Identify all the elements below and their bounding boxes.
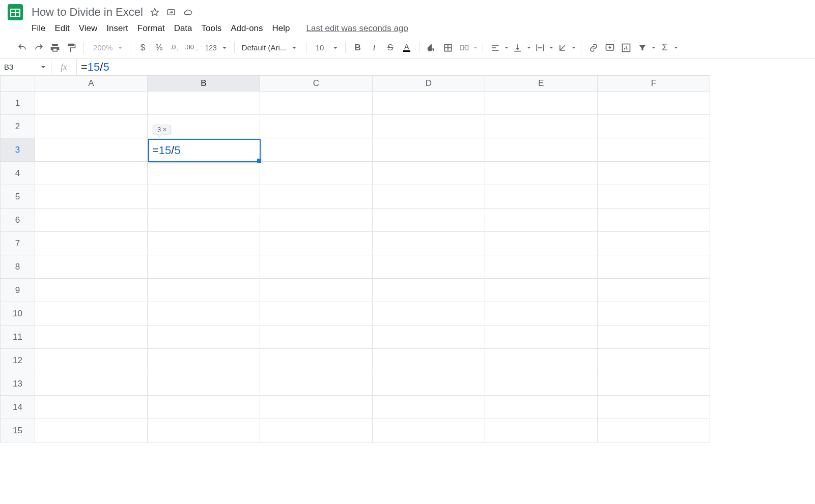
cell[interactable] bbox=[148, 419, 260, 442]
cell[interactable] bbox=[260, 372, 373, 396]
fill-color-button[interactable] bbox=[425, 41, 439, 55]
insert-link-button[interactable] bbox=[586, 41, 601, 55]
menu-view[interactable]: View bbox=[79, 23, 98, 34]
row-header-15[interactable]: 15 bbox=[1, 419, 35, 442]
cell[interactable] bbox=[485, 302, 598, 325]
cell[interactable] bbox=[35, 232, 148, 255]
cloud-status-icon[interactable] bbox=[183, 8, 193, 17]
cell[interactable] bbox=[598, 185, 710, 209]
rotation-caret[interactable] bbox=[572, 46, 576, 50]
row-header-8[interactable]: 8 bbox=[1, 255, 35, 279]
row-header-2[interactable]: 2 bbox=[1, 115, 35, 138]
cell[interactable] bbox=[373, 302, 485, 325]
doc-title[interactable]: How to Divide in Excel bbox=[32, 6, 143, 19]
cell[interactable] bbox=[148, 302, 260, 325]
formula-input[interactable]: =15/5 bbox=[76, 59, 815, 75]
cell[interactable] bbox=[598, 115, 710, 138]
cell[interactable] bbox=[35, 92, 148, 115]
row-header-14[interactable]: 14 bbox=[1, 396, 35, 419]
cell[interactable] bbox=[373, 232, 485, 255]
cell[interactable] bbox=[373, 419, 485, 442]
borders-button[interactable] bbox=[441, 41, 455, 55]
cell[interactable] bbox=[598, 232, 710, 255]
cell[interactable] bbox=[35, 279, 148, 302]
cell[interactable] bbox=[485, 185, 598, 209]
menu-edit[interactable]: Edit bbox=[54, 23, 69, 34]
cell[interactable] bbox=[35, 162, 148, 185]
print-button[interactable] bbox=[48, 41, 62, 55]
cell[interactable] bbox=[373, 162, 485, 185]
cell[interactable] bbox=[598, 419, 710, 442]
sheets-logo-icon[interactable] bbox=[5, 2, 25, 22]
row-header-11[interactable]: 11 bbox=[1, 325, 35, 349]
cell[interactable] bbox=[35, 255, 148, 279]
cell[interactable] bbox=[35, 419, 148, 442]
paint-format-button[interactable] bbox=[64, 41, 78, 55]
cell[interactable] bbox=[598, 396, 710, 419]
row-header-4[interactable]: 4 bbox=[1, 162, 35, 185]
row-header-1[interactable]: 1 bbox=[1, 92, 35, 115]
cell[interactable] bbox=[148, 372, 260, 396]
cell[interactable] bbox=[598, 255, 710, 279]
cell[interactable] bbox=[485, 279, 598, 302]
select-all-corner[interactable] bbox=[1, 76, 35, 92]
bold-button[interactable]: B bbox=[351, 41, 365, 55]
menu-tools[interactable]: Tools bbox=[202, 23, 222, 34]
move-to-icon[interactable] bbox=[166, 8, 176, 17]
row-header-6[interactable]: 6 bbox=[1, 209, 35, 232]
cell[interactable] bbox=[35, 138, 148, 162]
cell[interactable] bbox=[485, 372, 598, 396]
cell[interactable] bbox=[35, 115, 148, 138]
vertical-align-button[interactable] bbox=[511, 41, 525, 55]
font-size-dropdown[interactable]: 10 bbox=[312, 43, 340, 52]
name-box[interactable]: B3 bbox=[0, 63, 51, 71]
row-header-10[interactable]: 10 bbox=[1, 302, 35, 325]
cell[interactable] bbox=[373, 255, 485, 279]
number-format-dropdown[interactable]: 123 bbox=[201, 44, 229, 52]
font-family-dropdown[interactable]: Default (Ari... bbox=[240, 43, 301, 52]
cell[interactable] bbox=[485, 115, 598, 138]
cell[interactable] bbox=[373, 92, 485, 115]
cell[interactable] bbox=[373, 209, 485, 232]
menu-insert[interactable]: Insert bbox=[106, 23, 128, 34]
row-header-3[interactable]: 3 bbox=[1, 138, 35, 162]
sheet-table[interactable]: A B C D E F 1 2 3 4 5 6 7 8 9 10 11 12 1… bbox=[0, 75, 710, 442]
undo-button[interactable] bbox=[15, 41, 30, 55]
cell[interactable] bbox=[260, 138, 373, 162]
cell[interactable] bbox=[35, 209, 148, 232]
wrap-caret[interactable] bbox=[549, 46, 553, 50]
row-header-12[interactable]: 12 bbox=[1, 349, 35, 372]
star-icon[interactable] bbox=[150, 8, 159, 17]
filter-button[interactable] bbox=[635, 41, 650, 55]
cell[interactable] bbox=[598, 302, 710, 325]
cell[interactable] bbox=[148, 185, 260, 209]
menu-data[interactable]: Data bbox=[174, 23, 192, 34]
text-wrap-button[interactable] bbox=[533, 41, 547, 55]
cell[interactable] bbox=[260, 302, 373, 325]
cell[interactable] bbox=[148, 396, 260, 419]
cell[interactable] bbox=[260, 325, 373, 349]
merge-cells-button[interactable] bbox=[457, 41, 471, 55]
cell[interactable] bbox=[485, 92, 598, 115]
cell[interactable] bbox=[485, 255, 598, 279]
row-header-9[interactable]: 9 bbox=[1, 279, 35, 302]
col-header-F[interactable]: F bbox=[598, 76, 710, 92]
text-color-button[interactable]: A bbox=[400, 41, 414, 55]
cell[interactable] bbox=[148, 325, 260, 349]
col-header-A[interactable]: A bbox=[35, 76, 148, 92]
col-header-E[interactable]: E bbox=[485, 76, 598, 92]
col-header-D[interactable]: D bbox=[373, 76, 485, 92]
redo-button[interactable] bbox=[32, 41, 46, 55]
cell[interactable] bbox=[373, 138, 485, 162]
functions-button[interactable]: Σ bbox=[658, 41, 672, 55]
cell[interactable] bbox=[260, 419, 373, 442]
menu-help[interactable]: Help bbox=[272, 23, 290, 34]
insert-comment-button[interactable] bbox=[603, 41, 617, 55]
cell[interactable] bbox=[260, 162, 373, 185]
cell[interactable] bbox=[373, 372, 485, 396]
menu-format[interactable]: Format bbox=[137, 23, 165, 34]
cell[interactable] bbox=[373, 115, 485, 138]
cell[interactable] bbox=[148, 162, 260, 185]
cell[interactable] bbox=[260, 115, 373, 138]
cell[interactable] bbox=[260, 255, 373, 279]
